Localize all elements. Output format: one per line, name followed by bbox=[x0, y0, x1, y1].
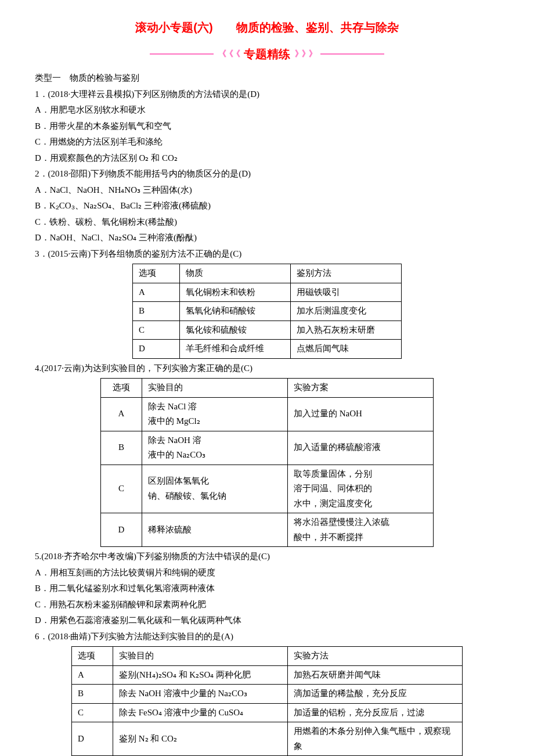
q2-opt-b: B．K₂CO₃、Na₂SO₄、BaCl₂ 三种溶液(稀硫酸) bbox=[35, 199, 499, 214]
cell: 除去 NaCl 溶液中的 MgCl₂ bbox=[142, 397, 288, 431]
cell: D bbox=[101, 513, 142, 547]
table-row: D稀释浓硫酸将水沿器壁慢慢注入浓硫酸中，并不断搅拌 bbox=[101, 513, 434, 547]
table-row: 选项 实验目的 实验方案 bbox=[101, 379, 434, 398]
table-row: 选项 实验目的 实验方法 bbox=[72, 647, 463, 666]
table-row: D鉴别 N₂ 和 CO₂用燃着的木条分别伸入集气瓶中，观察现象 bbox=[72, 722, 463, 756]
q5-opt-d: D．用紫色石蕊溶液鉴别二氧化碳和一氧化碳两种气体 bbox=[35, 613, 499, 628]
table-row: C区别固体氢氧化钠、硝酸铵、氯化钠取等质量固体，分别溶于同温、同体积的水中，测定… bbox=[101, 465, 434, 513]
cell: D bbox=[72, 722, 113, 756]
q1-opt-b: B．用带火星的木条鉴别氧气和空气 bbox=[35, 119, 499, 134]
cell: 取等质量固体，分别溶于同温、同体积的水中，测定温度变化 bbox=[288, 465, 434, 513]
banner-line-right bbox=[320, 53, 384, 55]
cell: 鉴别 N₂ 和 CO₂ bbox=[113, 722, 288, 756]
cell: 点燃后闻气味 bbox=[291, 340, 402, 359]
cell: 加水后测温度变化 bbox=[291, 302, 402, 321]
cell: 用燃着的木条分别伸入集气瓶中，观察现象 bbox=[288, 722, 463, 756]
cell: 除去 NaOH 溶液中的 Na₂CO₃ bbox=[142, 431, 288, 465]
q4-h2: 实验方案 bbox=[288, 379, 434, 398]
q1-opt-a: A．用肥皂水区别软水和硬水 bbox=[35, 103, 499, 118]
table-row: C氯化铵和硫酸铵加入熟石灰粉末研磨 bbox=[133, 321, 402, 340]
cell: 加入熟石灰粉末研磨 bbox=[291, 321, 402, 340]
cell: C bbox=[101, 465, 142, 513]
q5-opt-a: A．用相互刻画的方法比较黄铜片和纯铜的硬度 bbox=[35, 566, 499, 581]
q5-opt-b: B．用二氧化锰鉴别水和过氧化氢溶液两种液体 bbox=[35, 581, 499, 596]
cell: A bbox=[133, 283, 180, 302]
q5-stem: 5.(2018·齐齐哈尔中考改编)下列鉴别物质的方法中错误的是(C) bbox=[35, 549, 499, 564]
table-row: A鉴别(NH₄)₂SO₄ 和 K₂SO₄ 两种化肥加熟石灰研磨并闻气味 bbox=[72, 665, 463, 685]
q1-opt-c: C．用燃烧的方法区别羊毛和涤纶 bbox=[35, 135, 499, 150]
banner-label: 专题精练 bbox=[244, 44, 290, 64]
q2-opt-a: A．NaCl、NaOH、NH₄NO₃ 三种固体(水) bbox=[35, 183, 499, 198]
q3-h1: 物质 bbox=[180, 264, 291, 283]
cell: 除去 FeSO₄ 溶液中少量的 CuSO₄ bbox=[113, 703, 288, 722]
cell: C bbox=[133, 321, 180, 340]
cell: A bbox=[72, 665, 113, 685]
q4-h1: 实验目的 bbox=[142, 379, 288, 398]
q2-stem: 2．(2018·邵阳)下列物质不能用括号内的物质区分的是(D) bbox=[35, 167, 499, 182]
cell: D bbox=[133, 340, 180, 359]
cell: 用磁铁吸引 bbox=[291, 283, 402, 302]
page-title: 滚动小专题(六) 物质的检验、鉴别、共存与除杂 bbox=[35, 17, 499, 37]
cell: 加适量的铝粉，充分反应后，过滤 bbox=[288, 703, 463, 722]
cell: 氢氧化钠和硝酸铵 bbox=[180, 302, 291, 321]
cell: B bbox=[101, 431, 142, 465]
cell: 稀释浓硫酸 bbox=[142, 513, 288, 547]
table-row: B氢氧化钠和硝酸铵加水后测温度变化 bbox=[133, 302, 402, 321]
table-row: C除去 FeSO₄ 溶液中少量的 CuSO₄加适量的铝粉，充分反应后，过滤 bbox=[72, 703, 463, 722]
cell: 羊毛纤维和合成纤维 bbox=[180, 340, 291, 359]
table-row: A除去 NaCl 溶液中的 MgCl₂加入过量的 NaOH bbox=[101, 397, 434, 431]
cell: 加入过量的 NaOH bbox=[288, 397, 434, 431]
q2-opt-d: D．NaOH、NaCl、Na₂SO₄ 三种溶液(酚酞) bbox=[35, 231, 499, 246]
q6-stem: 6．(2018·曲靖)下列实验方法能达到实验目的的是(A) bbox=[35, 629, 499, 645]
table-row: B除去 NaOH 溶液中的 Na₂CO₃加入适量的稀硫酸溶液 bbox=[101, 431, 434, 465]
banner-arrows-right: 》》》 bbox=[295, 47, 316, 61]
table-row: A氧化铜粉末和铁粉用磁铁吸引 bbox=[133, 283, 402, 302]
cell: A bbox=[101, 397, 142, 431]
table-row: D羊毛纤维和合成纤维点燃后闻气味 bbox=[133, 340, 402, 359]
cell: 鉴别(NH₄)₂SO₄ 和 K₂SO₄ 两种化肥 bbox=[113, 665, 288, 685]
q6-h2: 实验方法 bbox=[288, 647, 463, 666]
q3-table: 选项 物质 鉴别方法 A氧化铜粉末和铁粉用磁铁吸引 B氢氧化钠和硝酸铵加水后测温… bbox=[132, 264, 402, 359]
cell: 氧化铜粉末和铁粉 bbox=[180, 283, 291, 302]
cell: C bbox=[72, 703, 113, 722]
cell: 除去 NaOH 溶液中少量的 Na₂CO₃ bbox=[113, 685, 288, 704]
q6-h0: 选项 bbox=[72, 647, 113, 666]
banner-arrows-left: 《《《 bbox=[218, 47, 239, 61]
cell: 滴加适量的稀盐酸，充分反应 bbox=[288, 685, 463, 704]
section-banner: 《《《 专题精练 》》》 bbox=[35, 44, 499, 64]
cell: 区别固体氢氧化钠、硝酸铵、氯化钠 bbox=[142, 465, 288, 513]
table-row: 选项 物质 鉴别方法 bbox=[133, 264, 402, 283]
q3-h2: 鉴别方法 bbox=[291, 264, 402, 283]
q4-table: 选项 实验目的 实验方案 A除去 NaCl 溶液中的 MgCl₂加入过量的 Na… bbox=[100, 378, 434, 547]
cell: B bbox=[72, 685, 113, 704]
q2-opt-c: C．铁粉、碳粉、氧化铜粉末(稀盐酸) bbox=[35, 215, 499, 230]
q1-stem: 1．(2018·大理祥云县模拟)下列区别物质的方法错误的是(D) bbox=[35, 87, 499, 102]
q3-stem: 3．(2015·云南)下列各组物质的鉴别方法不正确的是(C) bbox=[35, 247, 499, 262]
banner-line-left bbox=[150, 53, 214, 55]
cell: B bbox=[133, 302, 180, 321]
q6-table: 选项 实验目的 实验方法 A鉴别(NH₄)₂SO₄ 和 K₂SO₄ 两种化肥加熟… bbox=[71, 646, 463, 756]
cell: 加入适量的稀硫酸溶液 bbox=[288, 431, 434, 465]
cell: 加熟石灰研磨并闻气味 bbox=[288, 665, 463, 685]
cell: 将水沿器壁慢慢注入浓硫酸中，并不断搅拌 bbox=[288, 513, 434, 547]
q5-opt-c: C．用熟石灰粉末鉴别硝酸钾和尿素两种化肥 bbox=[35, 597, 499, 613]
cell: 氯化铵和硫酸铵 bbox=[180, 321, 291, 340]
q4-stem: 4.(2017·云南)为达到实验目的，下列实验方案正确的是(C) bbox=[35, 361, 499, 376]
q3-h0: 选项 bbox=[133, 264, 180, 283]
q6-h1: 实验目的 bbox=[113, 647, 288, 666]
table-row: B除去 NaOH 溶液中少量的 Na₂CO₃滴加适量的稀盐酸，充分反应 bbox=[72, 685, 463, 704]
category-heading: 类型一 物质的检验与鉴别 bbox=[35, 71, 499, 86]
q1-opt-d: D．用观察颜色的方法区别 O₂ 和 CO₂ bbox=[35, 151, 499, 166]
q4-h0: 选项 bbox=[101, 379, 142, 398]
